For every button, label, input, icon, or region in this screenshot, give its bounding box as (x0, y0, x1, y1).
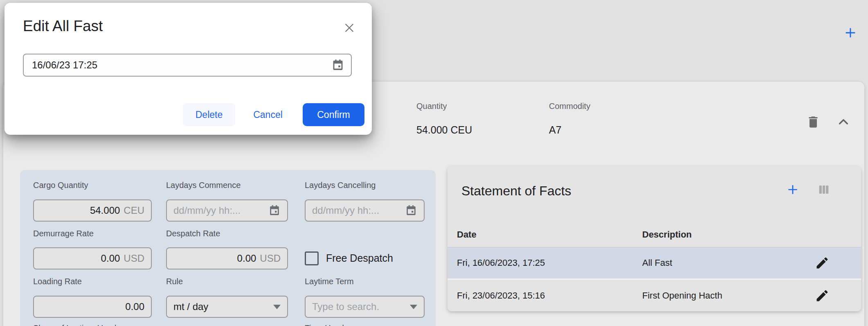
dialog-title: Edit All Fast (23, 18, 103, 35)
cargo-form-panel: Cargo Quantity 54.000 CEU Laydays Commen… (20, 170, 436, 326)
columns-icon (817, 183, 831, 197)
edit-sof-entry-button[interactable] (813, 254, 832, 272)
despatch-rate-unit: USD (260, 253, 281, 264)
demurrage-rate-field[interactable]: 0.00 USD (33, 247, 152, 269)
plus-icon (786, 183, 799, 196)
calendar-icon[interactable] (331, 59, 344, 72)
loading-rate-value: 0.00 (125, 301, 144, 312)
demurrage-rate-value: 0.00 (101, 253, 120, 264)
chevron-up-icon (837, 115, 850, 129)
cargo-quantity-unit: CEU (124, 205, 144, 216)
table-row-selected[interactable]: Fri, 16/06/2023, 17:25 All Fast (447, 247, 861, 280)
cancel-button[interactable]: Cancel (244, 103, 292, 126)
close-dialog-button[interactable] (339, 18, 360, 38)
demurrage-rate-label: Demurrage Rate (33, 229, 94, 238)
commodity-label: Commodity (549, 102, 590, 111)
free-despatch-checkbox[interactable] (305, 251, 319, 265)
plus-icon (843, 26, 857, 40)
chevron-down-icon (410, 305, 417, 309)
laydays-commence-label: Laydays Commence (166, 181, 241, 190)
sof-row-date: Fri, 23/06/2023, 15:16 (457, 290, 545, 301)
statement-of-facts-title: Statement of Facts (461, 183, 571, 199)
laytime-term-dropdown[interactable]: Type to search. (305, 296, 425, 318)
despatch-rate-label: Despatch Rate (166, 229, 220, 238)
add-button[interactable] (841, 24, 859, 42)
pencil-icon (815, 256, 830, 270)
delete-cargo-button[interactable] (804, 113, 822, 131)
columns-settings-button[interactable] (815, 181, 833, 199)
statement-of-facts-card: Statement of Facts Date Description Fri,… (447, 166, 861, 311)
confirm-button[interactable]: Confirm (303, 103, 364, 126)
despatch-rate-value: 0.00 (237, 253, 256, 264)
laydays-cancelling-placeholder: dd/mm/yy hh:... (312, 205, 379, 216)
trash-icon (806, 115, 821, 129)
laytime-term-placeholder: Type to search. (312, 301, 379, 312)
sof-header-date: Date (457, 229, 477, 240)
rule-value: mt / day (173, 301, 208, 312)
datetime-input[interactable]: 16/06/23 17:25 (23, 54, 352, 77)
add-sof-entry-button[interactable] (784, 181, 802, 199)
laydays-cancelling-field[interactable]: dd/mm/yy hh:... (305, 199, 425, 222)
commodity-value: A7 (549, 124, 562, 136)
cargo-quantity-label: Cargo Quantity (33, 181, 88, 190)
collapse-card-button[interactable] (834, 113, 852, 131)
time-used-label: Time Used (305, 324, 344, 326)
quantity-label: Quantity (416, 102, 447, 111)
rule-dropdown[interactable]: mt / day (166, 296, 288, 318)
delete-button[interactable]: Delete (183, 103, 235, 126)
share-of-laytime-used-label: Share of Laytime Used (33, 324, 116, 326)
chevron-down-icon (273, 305, 281, 309)
loading-rate-label: Loading Rate (33, 277, 82, 286)
cargo-quantity-value: 54.000 (90, 205, 120, 216)
rule-label: Rule (166, 277, 183, 286)
screen: g Quantity 54.000 CEU Commodity A7 Cargo… (0, 0, 868, 326)
despatch-rate-field[interactable]: 0.00 USD (166, 247, 288, 269)
edit-all-fast-dialog: Edit All Fast 16/06/23 17:25 Delete Canc… (4, 3, 372, 135)
sof-header-description: Description (642, 229, 692, 240)
sof-row-date: Fri, 16/06/2023, 17:25 (457, 258, 545, 268)
close-icon (343, 22, 355, 34)
calendar-icon[interactable] (268, 204, 281, 217)
sof-row-description: First Opening Hacth (642, 290, 722, 301)
sof-row-description: All Fast (642, 258, 672, 268)
free-despatch-label: Free Despatch (326, 252, 393, 264)
quantity-value: 54.000 CEU (416, 124, 472, 136)
edit-sof-entry-button[interactable] (813, 286, 832, 305)
sof-table-header: Date Description (447, 224, 861, 247)
table-row[interactable]: Fri, 23/06/2023, 15:16 First Opening Hac… (447, 280, 861, 311)
laydays-commence-placeholder: dd/mm/yy hh:... (173, 205, 241, 216)
laydays-commence-field[interactable]: dd/mm/yy hh:... (166, 199, 288, 222)
pencil-icon (815, 288, 830, 303)
laytime-term-label: Laytime Term (305, 277, 354, 286)
calendar-icon[interactable] (405, 204, 417, 217)
loading-rate-field[interactable]: 0.00 (33, 296, 152, 318)
datetime-value: 16/06/23 17:25 (32, 59, 97, 71)
laydays-cancelling-label: Laydays Cancelling (305, 181, 376, 190)
demurrage-rate-unit: USD (124, 253, 144, 264)
cargo-quantity-field[interactable]: 54.000 CEU (33, 199, 152, 222)
